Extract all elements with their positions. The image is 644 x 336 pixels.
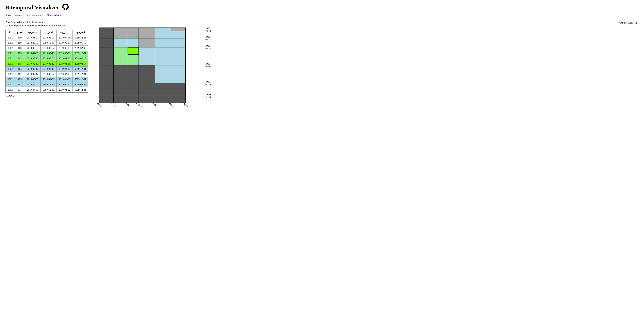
cell-sys_start: 2019-02-09 [25, 51, 40, 56]
x-label-0209: 2019-02-09 [110, 102, 120, 107]
svg-rect-24 [171, 31, 186, 83]
cell-sys_end: 2019-03-02 [41, 71, 56, 77]
row-count: 11 Rows [6, 94, 88, 97]
y-label-0105: 2019-01-05 [206, 93, 211, 98]
svg-rect-2 [114, 27, 128, 38]
cell-id: 1002 [6, 40, 15, 45]
cell-sys_start: 2019-02-09 [25, 40, 40, 45]
col-header-price: price [15, 30, 25, 35]
svg-rect-10 [128, 47, 139, 54]
col-header-id: id [6, 30, 15, 35]
cell-app_end: 2019-02-15 [72, 56, 88, 61]
cell-app_start: 2019-02-08 [56, 51, 72, 56]
cell-price: 100 [15, 40, 25, 45]
y-label-0217: 2019-02-17 [206, 35, 211, 41]
cell-price: 105 [15, 51, 25, 56]
cell-price: 105 [15, 56, 25, 61]
svg-rect-16 [139, 47, 155, 65]
table-header-row: id price sys_start sys_end app_start app… [6, 30, 88, 35]
page-header: Bitemporal Visualizer [6, 3, 638, 11]
cell-app_start: 2019-02-15 [56, 71, 72, 77]
cell-sys_start: 2019-03-02 [25, 77, 40, 82]
cell-id: 1002 [6, 56, 15, 61]
show-about-link[interactable]: Show About [47, 13, 61, 16]
svg-rect-3 [114, 38, 128, 47]
cell-app_start: 2019-02-15 [56, 61, 72, 66]
svg-rect-11 [128, 54, 139, 65]
x-label-0212: 2019-02-12 [136, 102, 145, 107]
table-row: 10021052019-02-092019-02-102019-02-08999… [6, 51, 88, 56]
cell-sys_start: 2019-02-10 [25, 56, 40, 61]
cell-app_end: 2019-02-17 [72, 61, 88, 66]
x-label-0302: 2019-03-02 [152, 102, 161, 107]
cell-app_end: 2019-01-10 [72, 40, 88, 45]
cell-sys_end: 9999-12-31 [41, 87, 56, 92]
cell-app_start: 2019-02-17 [56, 66, 72, 71]
cell-app_start: 2019-01-10 [56, 82, 72, 87]
y-label-0208: 2019-02-08 [206, 62, 211, 68]
cell-app_end: 9999-12-31 [72, 66, 88, 71]
cell-app_end: 2019-04-02 [72, 82, 88, 87]
cell-sys_end: 9999-12-31 [41, 40, 56, 45]
table-row: 10021052019-02-102019-02-122019-02-15201… [6, 61, 88, 66]
cell-sys_end: 2019-03-02 [41, 56, 56, 61]
cell-sys_start: 2019-01-01 [25, 35, 40, 40]
table-row: 10021002019-02-092019-03-022019-01-10201… [6, 45, 88, 51]
svg-rect-5 [114, 65, 128, 83]
table-row: 10021032019-02-102019-02-122019-02-17999… [6, 66, 88, 71]
cell-app_start: 2019-01-05 [56, 40, 72, 45]
cell-price: 102 [15, 71, 25, 77]
right-panel: ∞ Application Time [99, 20, 638, 103]
page-title: Bitemporal Visualizer [6, 4, 59, 11]
cell-app_start: 2019-02-08 [56, 56, 72, 61]
table-row: 10021032019-03-022019-04-012019-01-10999… [6, 77, 88, 82]
x-label-0401: 2019-04-01 [168, 102, 177, 107]
cell-app_end: 9999-12-31 [72, 35, 88, 40]
svg-rect-4 [114, 47, 128, 65]
description-line2: Source: https://bitemporal.net/generate-… [6, 24, 88, 27]
svg-rect-8 [128, 27, 139, 38]
col-header-app-end: app_end [72, 30, 88, 35]
left-panel: Price (and tax) scheduling data example … [6, 20, 88, 97]
x-label-0210: 2019-02-10 [125, 102, 134, 107]
x-label-0101: 2019-01-01 [96, 102, 105, 107]
table-row: 10021032019-04-019999-12-312019-01-10201… [6, 82, 88, 87]
cell-id: 1002 [6, 51, 15, 56]
cell-price: 105 [15, 61, 25, 66]
cell-price: 100 [15, 35, 25, 40]
main-content: Price (and tax) scheduling data example … [6, 20, 638, 103]
cell-id: 1002 [6, 87, 15, 92]
col-header-sys-end: sys_end [41, 30, 56, 35]
y-label-0215: 2019-02-15 [206, 44, 211, 50]
separator-1: | [24, 13, 25, 16]
cell-price: 111 [15, 87, 25, 92]
cell-id: 1002 [6, 66, 15, 71]
cell-id: 1002 [6, 35, 15, 40]
nav-links: Show Textarea | Full timestamps | Show A… [6, 13, 638, 17]
cell-app_start: 2019-04-02 [56, 87, 72, 92]
svg-rect-17 [139, 65, 155, 83]
svg-rect-20 [155, 27, 171, 83]
cell-price: 103 [15, 77, 25, 82]
data-table: id price sys_start sys_end app_start app… [6, 30, 88, 93]
cell-id: 1002 [6, 82, 15, 87]
table-row: 10021002019-02-099999-12-312019-01-05201… [6, 40, 88, 45]
cell-price: 100 [15, 45, 25, 51]
svg-rect-15 [139, 27, 155, 47]
cell-app_start: 2019-01-10 [56, 77, 72, 82]
github-icon[interactable] [62, 3, 69, 11]
cell-sys_end: 2019-02-12 [41, 61, 56, 66]
cell-app_end: 9999-12-31 [72, 71, 88, 77]
chart-wrapper: 2019-04-02 2019-02-17 2019-02-15 2019-02… [99, 27, 638, 103]
col-header-app-start: app_start [56, 30, 72, 35]
description-line1: Price (and tax) scheduling data example [6, 20, 88, 24]
cell-id: 1002 [6, 45, 15, 51]
show-textarea-link[interactable]: Show Textarea [6, 13, 22, 16]
full-timestamps-link[interactable]: Full timestamps [26, 13, 43, 16]
cell-sys_start: 2019-02-12 [25, 71, 40, 77]
cell-app_end: 9999-12-31 [72, 77, 88, 82]
cell-app_end: 2019-02-08 [72, 45, 88, 51]
cell-sys_start: 2019-02-09 [25, 45, 40, 51]
cell-sys_start: 2019-04-01 [25, 82, 40, 87]
app-time-label: ∞ Application Time [618, 21, 638, 24]
